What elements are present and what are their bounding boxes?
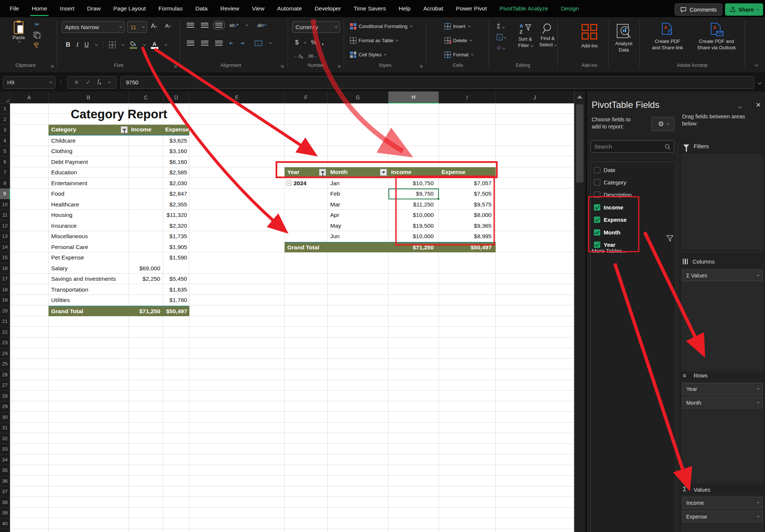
format-as-table-button[interactable]: Format as Table <box>350 37 397 44</box>
row-header-17[interactable]: 17 <box>0 274 10 284</box>
pivot-expense-cell[interactable]: $9,575 <box>439 199 496 210</box>
field-item-expense[interactable]: Expense <box>594 216 627 224</box>
borders-button[interactable] <box>109 41 116 48</box>
styles-dialog-launcher[interactable]: ⇲ <box>418 63 424 69</box>
pivot-year-cell[interactable]: −2024 <box>285 178 328 189</box>
clipboard-dialog-launcher[interactable]: ⇲ <box>49 63 55 69</box>
category-row-name[interactable]: Savings and Investments <box>49 274 129 284</box>
values-chip-income[interactable]: Income <box>682 497 763 508</box>
row-header-22[interactable]: 22 <box>0 327 10 338</box>
scrollbar-thumb[interactable] <box>576 104 583 183</box>
copy-button[interactable] <box>34 32 40 38</box>
pivot-income-cell[interactable]: $10,750 <box>388 178 439 189</box>
category-row-expense[interactable]: $1,590 <box>163 252 189 263</box>
column-header-B[interactable]: B <box>49 91 129 103</box>
row-header-36[interactable]: 36 <box>0 476 10 487</box>
row-header-7[interactable]: 7 <box>0 167 10 178</box>
row-header-4[interactable]: 4 <box>0 136 10 146</box>
format-cells-button[interactable]: Format <box>445 52 473 58</box>
pivot-income-cell[interactable]: $11,250 <box>388 199 439 210</box>
row-header-29[interactable]: 29 <box>0 401 10 412</box>
name-box[interactable]: H9 <box>3 76 55 89</box>
columns-chip--values[interactable]: Σ Values <box>682 270 763 281</box>
align-center-button[interactable] <box>201 41 208 46</box>
decrease-decimal-button[interactable]: .00→ <box>307 54 317 59</box>
analyze-data-button[interactable]: Analyze Data <box>610 23 637 53</box>
row-header-31[interactable]: 31 <box>0 423 10 433</box>
category-row-expense[interactable]: $11,320 <box>163 210 189 221</box>
category-row-name[interactable]: Clothing <box>49 146 129 157</box>
category-row-name[interactable]: Insurance <box>49 221 129 231</box>
column-headers[interactable]: ABCDEFGHIJ <box>0 91 585 103</box>
unchecked-checkbox[interactable] <box>594 167 600 173</box>
search-input[interactable]: Search <box>591 140 674 153</box>
create-pdf-outlook-button[interactable]: A Create PDF and Share via Outlook <box>692 22 741 51</box>
row-header-20[interactable]: 20 <box>0 306 10 317</box>
decrease-font-button[interactable]: A˅ <box>165 22 171 29</box>
category-row-name[interactable]: Education <box>49 167 129 178</box>
pivot-month-dropdown-button[interactable] <box>380 169 387 176</box>
bold-button[interactable]: B <box>66 41 70 49</box>
menu-tab-automate[interactable]: Automate <box>276 4 303 13</box>
cell-styles-button[interactable]: Cell Styles <box>350 52 385 58</box>
row-header-24[interactable]: 24 <box>0 348 10 359</box>
row-header-19[interactable]: 19 <box>0 295 10 306</box>
align-right-button[interactable] <box>215 41 223 46</box>
align-bottom-button[interactable] <box>215 23 223 28</box>
italic-button[interactable]: I <box>76 41 78 49</box>
orientation-button[interactable]: ab↗ <box>229 22 239 28</box>
column-header-H[interactable]: H <box>388 91 439 103</box>
unchecked-checkbox[interactable] <box>594 192 600 198</box>
pivot-expense-cell[interactable]: $7,505 <box>439 189 496 199</box>
menu-tab-acrobat[interactable]: Acrobat <box>422 4 444 13</box>
category-row-expense[interactable]: $5,450 <box>163 274 189 284</box>
column-header-J[interactable]: J <box>496 91 574 103</box>
field-item-category[interactable]: Category <box>594 178 626 186</box>
row-header-26[interactable]: 26 <box>0 370 10 380</box>
pivot-expense-cell[interactable]: $8,000 <box>439 210 496 221</box>
category-row-name[interactable]: Utilities <box>49 295 129 306</box>
category-row-income[interactable]: $69,000 <box>129 263 163 274</box>
menu-tab-insert[interactable]: Insert <box>59 4 75 13</box>
row-header-5[interactable]: 5 <box>0 146 10 157</box>
pivot-month-cell[interactable]: Feb <box>328 189 388 199</box>
create-pdf-share-link-button[interactable]: A Create PDF and Share link <box>645 22 690 51</box>
font-color-button[interactable]: A <box>151 41 158 49</box>
row-header-38[interactable]: 38 <box>0 497 10 508</box>
category-row-name[interactable]: Debt Payment <box>49 157 129 168</box>
align-middle-button[interactable] <box>201 23 208 28</box>
pivot-month-cell[interactable]: Mar <box>328 199 388 210</box>
field-item-month[interactable]: Month <box>594 228 620 236</box>
add-ins-button[interactable]: Add-ins <box>572 24 607 49</box>
category-row-name[interactable]: Pet Expense <box>49 252 129 263</box>
field-hover-filter-icon[interactable] <box>666 235 673 242</box>
pivot-expense-cell[interactable]: $9,365 <box>439 221 496 231</box>
expand-formula-bar-button[interactable] <box>758 79 761 85</box>
share-button[interactable]: Share <box>725 3 763 16</box>
row-header-13[interactable]: 13 <box>0 231 10 242</box>
category-row-name[interactable]: Housing <box>49 210 129 221</box>
category-row-expense[interactable]: $3,160 <box>163 146 189 157</box>
cut-button[interactable]: ✂ <box>34 21 39 28</box>
menu-tab-data[interactable]: Data <box>195 4 208 13</box>
row-header-37[interactable]: 37 <box>0 486 10 497</box>
row-header-16[interactable]: 16 <box>0 263 10 274</box>
category-row-name[interactable]: Salary <box>49 263 129 274</box>
category-filter-button[interactable] <box>121 126 128 133</box>
menu-tab-file[interactable]: File <box>9 4 20 13</box>
category-row-expense[interactable]: $2,355 <box>163 199 189 210</box>
row-header-23[interactable]: 23 <box>0 337 10 348</box>
insert-function-button[interactable]: fx <box>97 78 101 86</box>
currency-button[interactable]: $ <box>295 39 298 46</box>
columns-dropzone[interactable] <box>681 268 763 370</box>
menu-tab-formulas[interactable]: Formulas <box>158 4 183 13</box>
fill-handle[interactable] <box>437 197 440 200</box>
increase-font-button[interactable]: A˄ <box>151 22 157 30</box>
underline-button[interactable]: U <box>84 41 89 48</box>
cancel-entry-button[interactable]: ✕ <box>74 79 79 86</box>
checked-checkbox[interactable] <box>594 204 600 211</box>
category-row-expense[interactable]: $6,160 <box>163 157 189 168</box>
fill-color-button[interactable] <box>130 41 137 49</box>
row-header-12[interactable]: 12 <box>0 221 10 231</box>
merge-center-button[interactable]: ↔ <box>255 41 262 46</box>
